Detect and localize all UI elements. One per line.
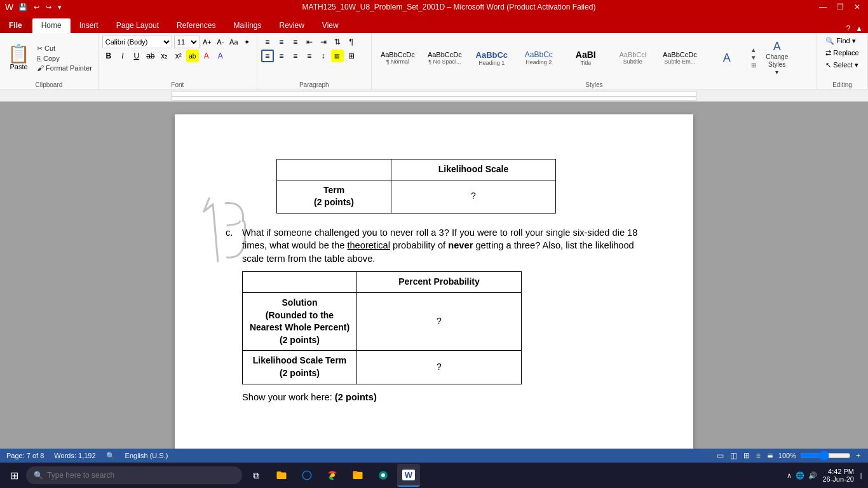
superscript-button[interactable]: x² <box>172 50 185 62</box>
network-icon[interactable]: 🌐 <box>796 471 804 480</box>
tab-review[interactable]: Review <box>270 18 313 33</box>
draft-btn[interactable]: ≣ <box>766 451 775 460</box>
style-heading1[interactable]: AaBbCc Heading 1 <box>470 47 514 69</box>
tray-up-btn[interactable]: ∧ <box>787 471 792 480</box>
question-c: c. What if someone challenged you to nev… <box>226 226 642 407</box>
grow-font-button[interactable]: A+ <box>201 36 213 48</box>
print-layout-btn[interactable]: ▭ <box>715 451 725 460</box>
page-info: Page: 7 of 8 <box>6 452 44 459</box>
borders-button[interactable]: ⊞ <box>345 50 358 62</box>
style-normal[interactable]: AaBbCcDc ¶ Normal <box>376 48 420 68</box>
help-button[interactable]: ? <box>846 24 850 33</box>
tab-home[interactable]: Home <box>32 18 71 33</box>
taskbar-search-box[interactable]: 🔍 <box>26 466 242 484</box>
italic-button[interactable]: I <box>116 50 129 62</box>
ribbon-tabs: File Home Insert Page Layout References … <box>0 14 868 33</box>
explorer-taskbar2[interactable] <box>346 464 369 487</box>
quick-more[interactable]: ▾ <box>57 3 63 11</box>
task-view-btn[interactable]: ⧉ <box>245 464 268 487</box>
sort-button[interactable]: ⇅ <box>331 36 344 48</box>
increase-indent-button[interactable]: ⇥ <box>317 36 330 48</box>
quick-save[interactable]: 💾 <box>17 3 29 11</box>
likelihood-table-1: Likelihood Scale Term(2 points) ? <box>276 159 556 214</box>
clear-format-button[interactable]: ✦ <box>241 36 253 48</box>
font-size-select[interactable]: 11 <box>174 36 200 48</box>
multilevel-button[interactable]: ≡ <box>289 36 302 48</box>
replace-button[interactable]: ⇄ Replace <box>823 48 861 58</box>
tab-mailings[interactable]: Mailings <box>224 18 270 33</box>
align-center-button[interactable]: ≡ <box>275 50 288 62</box>
styles-up-arrow[interactable]: ▲ <box>750 46 757 54</box>
cut-button[interactable]: ✂ Cut <box>35 44 94 53</box>
select-button[interactable]: ↖ Select ▾ <box>823 60 861 71</box>
file-explorer-taskbar[interactable] <box>270 464 293 487</box>
style-heading2[interactable]: AaBbCc Heading 2 <box>517 47 561 69</box>
style-subtle-em[interactable]: AaBbCcDc Subtle Em... <box>658 48 702 68</box>
chrome-taskbar[interactable] <box>321 464 344 487</box>
paste-label: Paste <box>10 63 27 71</box>
outline-btn[interactable]: ≡ <box>755 451 762 460</box>
font-family-select[interactable]: Calibri (Body) <box>102 36 172 48</box>
tab-page-layout[interactable]: Page Layout <box>107 18 168 33</box>
tab-insert[interactable]: Insert <box>71 18 107 33</box>
subscript-button[interactable]: x₂ <box>158 50 171 62</box>
question-c-body: What if someone challenged you to never … <box>242 226 642 407</box>
shrink-font-button[interactable]: A- <box>215 36 226 48</box>
spell-check-icon[interactable]: 🔍 <box>106 452 115 460</box>
numbering-button[interactable]: ≡ <box>275 36 288 48</box>
ribbon-minimize-btn[interactable]: ▲ <box>855 24 863 33</box>
table2-header-col2: Percent Probability <box>357 272 522 293</box>
change-case-button[interactable]: Aa <box>228 36 240 48</box>
time-display[interactable]: 4:42 PM 26-Jun-20 <box>822 468 854 483</box>
bold-button[interactable]: B <box>102 50 115 62</box>
search-input[interactable] <box>47 471 225 480</box>
edge-taskbar[interactable] <box>295 464 318 487</box>
find-button[interactable]: 🔍 Find ▾ <box>823 36 861 46</box>
paste-button[interactable]: 📋 Paste <box>4 43 34 73</box>
font-color-button[interactable]: A <box>200 50 213 62</box>
maximize-button[interactable]: ❐ <box>834 3 846 11</box>
show-marks-button[interactable]: ¶ <box>345 36 358 48</box>
align-right-button[interactable]: ≡ <box>289 50 302 62</box>
close-button[interactable]: ✕ <box>851 3 863 11</box>
text-effects-button[interactable]: A <box>214 50 227 62</box>
svg-line-1 <box>203 198 210 212</box>
tab-file[interactable]: File <box>0 18 31 33</box>
align-left-button[interactable]: ≡ <box>261 50 274 62</box>
quick-undo[interactable]: ↩ <box>32 3 41 11</box>
full-reading-btn[interactable]: ◫ <box>729 451 738 460</box>
bullets-button[interactable]: ≡ <box>261 36 274 48</box>
app6-taskbar[interactable] <box>372 464 395 487</box>
styles-expand[interactable]: ⊞ <box>750 62 757 69</box>
web-layout-btn[interactable]: ⊞ <box>742 451 751 460</box>
zoom-level: 100% <box>778 452 796 459</box>
table-row: Likelihood Scale Term(2 points) ? <box>243 351 522 384</box>
start-button[interactable]: ⊞ <box>5 467 24 484</box>
decrease-indent-button[interactable]: ⇤ <box>303 36 316 48</box>
zoom-slider[interactable] <box>800 452 851 459</box>
change-styles-button[interactable]: A ChangeStyles ▾ <box>758 37 796 78</box>
copy-button[interactable]: ⎘ Copy <box>35 54 94 63</box>
volume-icon[interactable]: 🔊 <box>808 471 817 480</box>
zoom-in-btn[interactable]: + <box>855 451 862 460</box>
tab-references[interactable]: References <box>168 18 224 33</box>
format-painter-button[interactable]: 🖌 Format Painter <box>35 64 94 72</box>
show-desktop-btn[interactable]: | <box>859 472 863 479</box>
style-title[interactable]: AaBI Title <box>564 46 608 69</box>
underline-button[interactable]: U <box>130 50 143 62</box>
line-spacing-button[interactable]: ↕ <box>317 50 330 62</box>
quick-redo[interactable]: ↪ <box>44 3 53 11</box>
strikethrough-button[interactable]: ab <box>144 50 157 62</box>
word-taskbar[interactable]: W <box>397 464 420 487</box>
tab-view[interactable]: View <box>313 18 348 33</box>
style-change[interactable]: A <box>705 48 749 68</box>
text-highlight-button[interactable]: ab <box>186 50 199 62</box>
styles-down-arrow[interactable]: ▼ <box>750 54 757 62</box>
style-no-spacing[interactable]: AaBbCcDc ¶ No Spaci... <box>423 48 467 68</box>
justify-button[interactable]: ≡ <box>303 50 316 62</box>
minimize-button[interactable]: — <box>817 3 829 11</box>
style-subtitle[interactable]: AaBbCcl Subtitle <box>611 48 655 68</box>
shading-button[interactable]: ▧ <box>331 50 344 62</box>
styles-group: AaBbCcDc ¶ Normal AaBbCcDc ¶ No Spaci...… <box>372 33 817 90</box>
table2-row2-col1: Likelihood Scale Term(2 points) <box>243 351 357 384</box>
